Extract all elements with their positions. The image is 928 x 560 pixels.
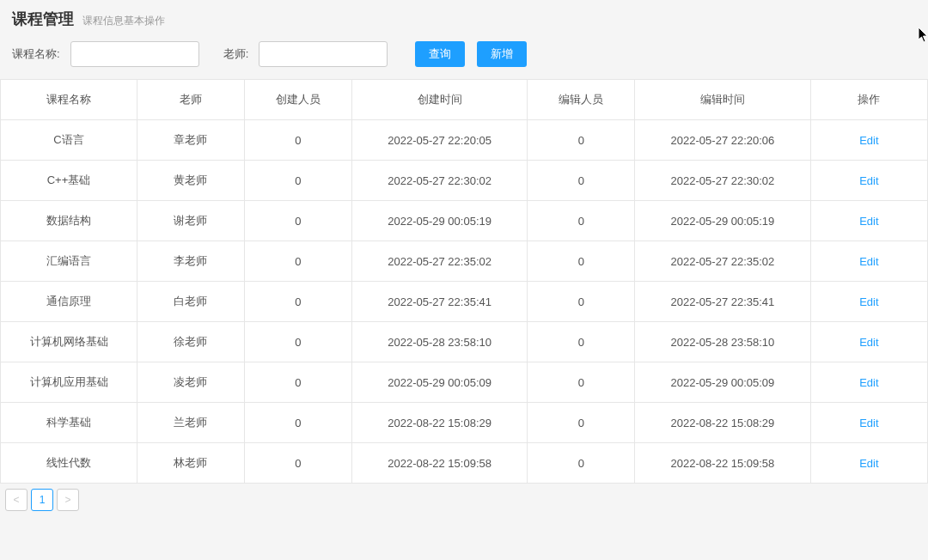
page-subtitle: 课程信息基本操作 (82, 14, 165, 28)
cell-create-time: 2022-05-27 22:30:02 (351, 161, 527, 201)
edit-link[interactable]: Edit (859, 174, 878, 187)
cell-name: 汇编语言 (1, 241, 137, 282)
cell-edit-time: 2022-05-27 22:30:02 (635, 161, 810, 201)
course-name-input[interactable] (70, 41, 199, 67)
table-row: 汇编语言李老师02022-05-27 22:35:0202022-05-27 2… (1, 241, 928, 282)
col-header-editor: 编辑人员 (528, 80, 635, 120)
cell-teacher: 白老师 (137, 282, 245, 322)
teacher-input[interactable] (259, 41, 388, 67)
cell-action: Edit (810, 362, 927, 403)
page-title: 课程管理 (12, 9, 74, 29)
cell-teacher: 徐老师 (137, 322, 245, 362)
pager-next-button[interactable]: > (57, 489, 79, 511)
cell-editor: 0 (528, 241, 635, 282)
col-header-creator: 创建人员 (244, 80, 351, 120)
cell-name: 科学基础 (1, 403, 137, 443)
cell-creator: 0 (244, 362, 351, 403)
cell-create-time: 2022-05-27 22:20:05 (351, 120, 527, 161)
pagination: < 1 > (0, 484, 928, 528)
table-row: 线性代数林老师02022-08-22 15:09:5802022-08-22 1… (1, 443, 928, 484)
cell-creator: 0 (244, 403, 351, 443)
query-button[interactable]: 查询 (415, 41, 465, 67)
cell-action: Edit (810, 201, 927, 241)
table-row: 数据结构谢老师02022-05-29 00:05:1902022-05-29 0… (1, 201, 928, 241)
cell-name: 计算机应用基础 (1, 362, 137, 403)
table-row: 计算机网络基础徐老师02022-05-28 23:58:1002022-05-2… (1, 322, 928, 362)
search-buttons: 查询 新增 (415, 41, 527, 67)
cell-editor: 0 (528, 120, 635, 161)
edit-link[interactable]: Edit (859, 295, 878, 308)
table-row: 计算机应用基础凌老师02022-05-29 00:05:0902022-05-2… (1, 362, 928, 403)
cell-edit-time: 2022-05-29 00:05:19 (635, 201, 810, 241)
edit-link[interactable]: Edit (859, 457, 878, 470)
cell-action: Edit (810, 161, 927, 201)
cell-creator: 0 (244, 201, 351, 241)
cell-create-time: 2022-05-27 22:35:41 (351, 282, 527, 322)
cell-name: C语言 (1, 120, 137, 161)
edit-link[interactable]: Edit (859, 215, 878, 228)
cell-edit-time: 2022-05-28 23:58:10 (635, 322, 810, 362)
cell-name: 计算机网络基础 (1, 322, 137, 362)
cell-edit-time: 2022-05-29 00:05:09 (635, 362, 810, 403)
table-row: 科学基础兰老师02022-08-22 15:08:2902022-08-22 1… (1, 403, 928, 443)
cell-action: Edit (810, 120, 927, 161)
search-bar: 课程名称: 老师: 查询 新增 (0, 36, 928, 79)
page-header: 课程管理 课程信息基本操作 (0, 0, 928, 36)
cell-teacher: 黄老师 (137, 161, 245, 201)
col-header-action: 操作 (810, 80, 927, 120)
col-header-create-time: 创建时间 (351, 80, 527, 120)
cell-action: Edit (810, 403, 927, 443)
cell-creator: 0 (244, 322, 351, 362)
cell-create-time: 2022-08-22 15:09:58 (351, 443, 527, 484)
cell-edit-time: 2022-05-27 22:35:41 (635, 282, 810, 322)
cell-editor: 0 (528, 282, 635, 322)
cell-editor: 0 (528, 161, 635, 201)
cell-action: Edit (810, 443, 927, 484)
cell-teacher: 林老师 (137, 443, 245, 484)
col-header-name: 课程名称 (1, 80, 137, 120)
cell-editor: 0 (528, 201, 635, 241)
col-header-teacher: 老师 (137, 80, 245, 120)
edit-link[interactable]: Edit (859, 417, 878, 429)
cell-name: C++基础 (1, 161, 137, 201)
table-row: 通信原理白老师02022-05-27 22:35:4102022-05-27 2… (1, 282, 928, 322)
teacher-label: 老师: (223, 46, 249, 62)
cell-teacher: 谢老师 (137, 201, 245, 241)
courses-table: 课程名称 老师 创建人员 创建时间 编辑人员 编辑时间 操作 C语言章老师020… (0, 79, 928, 484)
cell-create-time: 2022-05-28 23:58:10 (351, 322, 527, 362)
table-header-row: 课程名称 老师 创建人员 创建时间 编辑人员 编辑时间 操作 (1, 80, 928, 120)
cell-editor: 0 (528, 322, 635, 362)
cell-creator: 0 (244, 161, 351, 201)
cell-creator: 0 (244, 443, 351, 484)
col-header-edit-time: 编辑时间 (635, 80, 810, 120)
cell-editor: 0 (528, 403, 635, 443)
cell-name: 通信原理 (1, 282, 137, 322)
cell-edit-time: 2022-08-22 15:09:58 (635, 443, 810, 484)
cell-name: 数据结构 (1, 201, 137, 241)
cell-name: 线性代数 (1, 443, 137, 484)
cell-teacher: 凌老师 (137, 362, 245, 403)
edit-link[interactable]: Edit (859, 255, 878, 268)
cell-create-time: 2022-05-29 00:05:09 (351, 362, 527, 403)
table-row: C语言章老师02022-05-27 22:20:0502022-05-27 22… (1, 120, 928, 161)
cell-editor: 0 (528, 443, 635, 484)
edit-link[interactable]: Edit (859, 376, 878, 389)
cell-teacher: 李老师 (137, 241, 245, 282)
pager-prev-button[interactable]: < (5, 489, 27, 511)
cell-editor: 0 (528, 362, 635, 403)
cell-creator: 0 (244, 120, 351, 161)
cell-create-time: 2022-05-29 00:05:19 (351, 201, 527, 241)
course-name-label: 课程名称: (12, 46, 60, 62)
cell-edit-time: 2022-08-22 15:08:29 (635, 403, 810, 443)
cell-action: Edit (810, 282, 927, 322)
cell-teacher: 兰老师 (137, 403, 245, 443)
cell-teacher: 章老师 (137, 120, 245, 161)
cell-edit-time: 2022-05-27 22:35:02 (635, 241, 810, 282)
cell-action: Edit (810, 241, 927, 282)
edit-link[interactable]: Edit (859, 134, 878, 147)
pager-page-1[interactable]: 1 (31, 489, 53, 511)
edit-link[interactable]: Edit (859, 336, 878, 349)
cell-creator: 0 (244, 241, 351, 282)
cell-action: Edit (810, 322, 927, 362)
add-button[interactable]: 新增 (477, 41, 527, 67)
